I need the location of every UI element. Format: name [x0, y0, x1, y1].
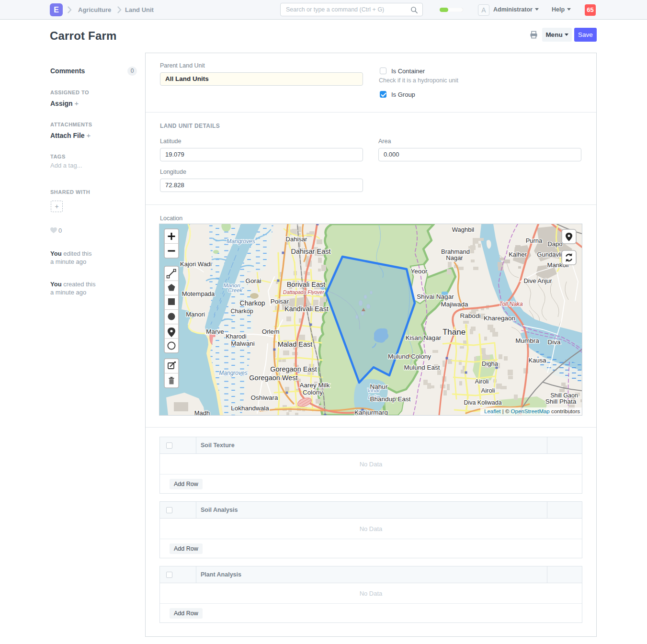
- svg-text:Malwani: Malwani: [231, 340, 255, 347]
- svg-text:Manori: Manori: [186, 311, 205, 318]
- svg-text:Kisan Nagar: Kisan Nagar: [406, 334, 442, 341]
- svg-text:Gorai: Gorai: [245, 277, 261, 284]
- svg-text:Kanjurmarg: Kanjurmarg: [354, 409, 388, 415]
- svg-text:Kausa: Kausa: [529, 357, 547, 364]
- svg-text:Kajori Wadi: Kajori Wadi: [180, 260, 212, 268]
- svg-text:Mangroves: Mangroves: [219, 370, 247, 376]
- svg-text:Bhandup East: Bhandup East: [370, 395, 411, 403]
- svg-text:Dive Anjur: Dive Anjur: [523, 277, 552, 284]
- svg-text:Marve: Marve: [206, 328, 224, 335]
- svg-text:Gundavli: Gundavli: [537, 251, 561, 258]
- svg-text:Diva Koliwada: Diva Koliwada: [464, 399, 501, 406]
- svg-text:Dapo: Dapo: [547, 240, 562, 248]
- svg-text:Leaflet | © OpenStreetMap cont: Leaflet | © OpenStreetMap contributors: [484, 408, 580, 414]
- svg-text:Waghbil: Waghbil: [452, 226, 475, 233]
- svg-text:Goregaon West: Goregaon West: [249, 374, 297, 382]
- svg-text:Nagar: Nagar: [446, 254, 463, 261]
- svg-text:Mangroves: Mangroves: [227, 238, 255, 245]
- svg-text:Nahur: Nahur: [370, 383, 388, 390]
- svg-text:Kalher: Kalher: [509, 251, 527, 258]
- svg-text:Charkop: Charkop: [230, 308, 253, 315]
- svg-text:Kharegaon: Kharegaon: [484, 315, 515, 322]
- svg-text:Dahisar East: Dahisar East: [291, 248, 330, 255]
- svg-text:Borivali East: Borivali East: [287, 281, 326, 288]
- svg-text:Airoli: Airoli: [481, 387, 495, 394]
- svg-text:Toll Naka: Toll Naka: [499, 301, 523, 307]
- svg-text:Creek: Creek: [228, 287, 243, 293]
- svg-text:Orlem: Orlem: [262, 328, 280, 335]
- svg-text:Dattapada Flyover: Dattapada Flyover: [283, 289, 324, 295]
- svg-text:Colony: Colony: [303, 389, 323, 396]
- svg-text:Kharodi: Kharodi: [226, 333, 246, 340]
- svg-text:Lokhandwala: Lokhandwala: [231, 405, 269, 412]
- svg-text:Mulund East: Mulund East: [404, 364, 440, 371]
- svg-text:Purna: Purna: [526, 237, 543, 244]
- svg-text:Mulund Colony: Mulund Colony: [388, 353, 431, 360]
- svg-text:Dahisar: Dahisar: [286, 236, 307, 243]
- svg-text:Diva: Diva: [547, 339, 560, 346]
- svg-text:Shivai Nagar: Shivai Nagar: [417, 293, 454, 300]
- svg-text:Majiwada: Majiwada: [441, 301, 468, 308]
- svg-text:Airoli: Airoli: [475, 378, 489, 385]
- svg-text:Kandivali East: Kandivali East: [284, 305, 329, 313]
- svg-text:Shill Phata: Shill Phata: [545, 398, 577, 405]
- svg-text:Digha: Digha: [482, 360, 499, 367]
- svg-text:Oshiwara: Oshiwara: [250, 394, 278, 401]
- svg-text:Motempada: Motempada: [182, 290, 215, 297]
- svg-text:Malad East: Malad East: [278, 340, 313, 348]
- svg-text:Madh: Madh: [194, 409, 210, 415]
- svg-text:Aarey Milk: Aarey Milk: [299, 382, 329, 389]
- svg-text:Yeoor: Yeoor: [411, 268, 428, 275]
- svg-text:Goregaon East: Goregaon East: [270, 365, 317, 373]
- svg-text:Mumbra: Mumbra: [515, 337, 539, 344]
- svg-text:Charkop: Charkop: [240, 299, 265, 307]
- svg-text:Thane: Thane: [443, 328, 465, 337]
- svg-text:Poisar: Poisar: [271, 298, 289, 305]
- svg-text:Rabodi: Rabodi: [460, 312, 481, 319]
